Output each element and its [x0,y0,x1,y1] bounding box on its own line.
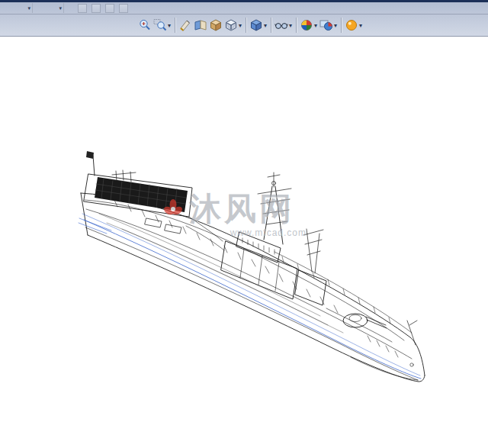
disabled-toolbar-icon[interactable] [105,4,114,13]
isometric-view-button[interactable] [208,16,223,34]
collapsed-toolbar-strip: ▾ ▾ [0,2,488,15]
chevron-down-icon: ▾ [263,22,268,29]
chevron-down-icon: ▾ [333,22,338,29]
chevron-down-icon: ▾ [26,5,32,11]
view-settings-icon [345,18,358,32]
disabled-toolbar-icons [78,4,128,13]
view-orientation-button[interactable] [193,16,208,34]
toolbar-separator [175,18,175,33]
chevron-down-icon: ▾ [288,22,293,29]
chevron-down-icon: ▾ [57,5,63,11]
display-style-icon [224,18,238,32]
toolbar-flyout-2[interactable]: ▾ [36,3,64,13]
chevron-down-icon: ▾ [238,22,242,29]
toolbar-separator [296,18,297,33]
hide-show-items-icon [274,18,288,32]
zoom-in-out-icon [138,18,152,32]
zoom-in-out-button[interactable] [137,16,152,34]
heads-up-view-toolbar: ▾ [0,15,488,37]
edit-appearance-button[interactable]: ▾ [299,16,319,34]
zoom-to-area-icon [153,18,167,32]
edit-appearance-icon [300,18,313,32]
standard-views-button[interactable]: ▾ [249,16,268,34]
chevron-down-icon: ▾ [358,22,363,29]
toolbar-separator [271,18,271,33]
toolbar-flyout-1[interactable]: ▾ [5,3,33,13]
graphics-viewport[interactable]: 沐风网 www.mfcad.com [0,37,488,448]
view-settings-button[interactable]: ▾ [344,16,364,34]
isometric-view-icon [209,18,223,32]
toolbar-separator [341,18,342,33]
disabled-toolbar-icon[interactable] [78,4,87,13]
hide-show-items-button[interactable]: ▾ [274,16,294,34]
display-style-button[interactable]: ▾ [223,16,243,34]
chevron-down-icon: ▾ [313,22,318,29]
disabled-toolbar-icon[interactable] [119,4,128,13]
view-orientation-icon [194,18,207,32]
solidworks-window: ▾ ▾ [0,0,488,448]
standard-views-icon [249,18,263,32]
toolbar-separator [246,18,246,33]
section-view-button[interactable] [178,16,193,34]
apply-scene-button[interactable]: ▾ [319,16,339,34]
apply-scene-icon [319,18,333,32]
chevron-down-icon: ▾ [167,22,172,29]
zoom-to-area-button[interactable]: ▾ [152,16,172,34]
disabled-toolbar-icon[interactable] [92,4,101,13]
section-view-icon [178,18,192,32]
ship-wireframe-model[interactable] [0,37,488,448]
